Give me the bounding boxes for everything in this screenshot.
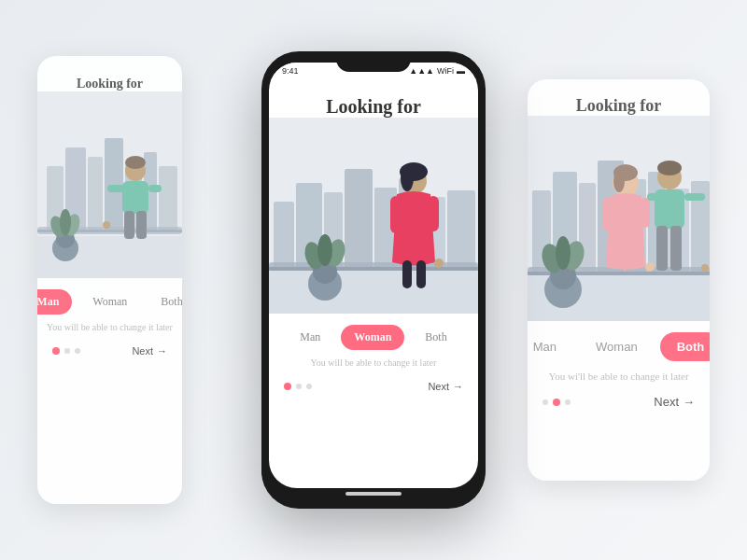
svg-rect-74: [655, 189, 684, 229]
left-next-button[interactable]: Next →: [132, 345, 167, 357]
left-dots: [52, 347, 80, 355]
center-hint: You will be able to change it later: [302, 356, 446, 375]
center-illustration: [269, 118, 478, 314]
svg-point-23: [103, 221, 110, 229]
center-next-button[interactable]: Next →: [428, 381, 463, 392]
right-man-button[interactable]: Man: [528, 332, 573, 361]
svg-rect-18: [122, 181, 148, 214]
svg-rect-79: [670, 226, 682, 271]
battery-icon: ▬: [457, 66, 465, 76]
svg-point-65: [556, 236, 571, 270]
svg-point-43: [401, 165, 414, 191]
left-woman-button[interactable]: Woman: [79, 289, 140, 315]
svg-point-77: [701, 264, 709, 272]
left-options-row: Man Woman Both: [37, 278, 182, 320]
svg-rect-20: [148, 185, 162, 192]
scene: Looking for: [0, 0, 747, 560]
svg-rect-35: [269, 271, 478, 314]
left-dot-3: [75, 348, 80, 354]
svg-rect-76: [684, 193, 705, 201]
svg-rect-48: [416, 260, 426, 288]
center-options-row: Man Woman Both: [287, 314, 459, 356]
phone-home-bar: [345, 492, 402, 496]
svg-point-15: [60, 209, 71, 235]
center-man-button[interactable]: Man: [287, 325, 333, 350]
signal-icon: ▲▲▲: [409, 66, 434, 76]
svg-point-17: [125, 156, 146, 169]
right-dot-1: [543, 399, 548, 405]
phone-screen: 9:41 ▲▲▲ WiFi ▬ Looking for: [269, 63, 478, 488]
center-dots: [284, 383, 312, 390]
center-dot-2: [296, 384, 302, 389]
svg-rect-78: [656, 226, 668, 271]
right-woman-button[interactable]: Woman: [579, 332, 655, 361]
svg-rect-45: [428, 196, 439, 231]
svg-point-71: [645, 262, 655, 272]
right-options-row: Man Woman Both: [528, 321, 710, 367]
svg-rect-69: [602, 198, 613, 231]
left-both-button[interactable]: Both: [148, 289, 182, 315]
svg-rect-19: [107, 185, 124, 192]
svg-point-40: [317, 234, 332, 266]
svg-rect-28: [345, 169, 373, 276]
center-phone-title: Looking for: [326, 96, 421, 118]
right-illustration: [528, 116, 710, 321]
center-phone: 9:41 ▲▲▲ WiFi ▬ Looking for: [261, 51, 486, 509]
right-dot-2: [553, 399, 560, 406]
left-hint: You will be able to change it later: [37, 320, 182, 340]
center-bottom-nav: Next →: [269, 375, 478, 401]
right-dot-3: [565, 399, 571, 405]
svg-rect-47: [402, 260, 412, 288]
svg-rect-3: [88, 157, 103, 231]
right-card-title: Looking for: [576, 96, 662, 116]
right-both-button[interactable]: Both: [660, 332, 710, 361]
phone-notch: [336, 51, 411, 72]
left-illustration: [37, 91, 182, 278]
svg-rect-44: [390, 196, 402, 233]
left-card-title: Looking for: [77, 77, 143, 91]
svg-rect-34: [269, 267, 478, 271]
svg-rect-7: [159, 166, 177, 231]
left-bottom-nav: Next →: [37, 340, 182, 366]
left-dot-1: [52, 347, 60, 355]
svg-rect-21: [124, 211, 134, 239]
status-icons: ▲▲▲ WiFi ▬: [409, 66, 465, 76]
svg-rect-70: [641, 198, 650, 228]
svg-rect-75: [647, 193, 658, 201]
left-man-button[interactable]: Man: [37, 289, 72, 315]
svg-point-73: [657, 161, 682, 175]
center-dot-1: [284, 383, 291, 390]
right-bottom-nav: Next →: [528, 389, 710, 418]
status-time: 9:41: [282, 66, 299, 76]
right-next-button[interactable]: Next →: [654, 395, 695, 409]
right-card: Looking for: [528, 79, 710, 481]
svg-point-46: [434, 259, 444, 268]
right-hint: You wi'll be able to change it later: [537, 367, 699, 389]
right-dots: [543, 399, 571, 406]
svg-rect-22: [136, 211, 147, 239]
left-dot-2: [64, 348, 70, 354]
left-card: Looking for: [37, 56, 182, 504]
svg-point-68: [613, 170, 625, 192]
center-dot-3: [306, 384, 312, 389]
wifi-icon: WiFi: [437, 66, 454, 76]
center-woman-button[interactable]: Woman: [341, 325, 404, 350]
center-both-button[interactable]: Both: [412, 325, 459, 350]
